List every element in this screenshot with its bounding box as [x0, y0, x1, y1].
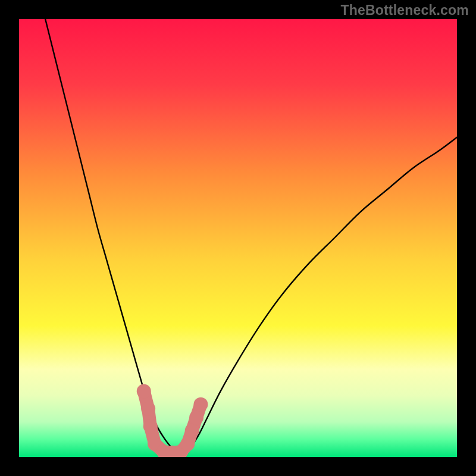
- gradient-background: [19, 19, 457, 457]
- chart-svg: [19, 19, 457, 457]
- marker-point: [185, 424, 199, 438]
- plot-area: [19, 19, 457, 457]
- marker-point: [189, 411, 203, 425]
- marker-point: [137, 384, 151, 399]
- marker-point: [143, 419, 158, 433]
- marker-point: [180, 437, 195, 451]
- chart-frame: TheBottleneck.com: [0, 0, 476, 476]
- watermark-text: TheBottleneck.com: [340, 2, 469, 18]
- marker-point: [193, 397, 208, 412]
- marker-point: [141, 402, 155, 416]
